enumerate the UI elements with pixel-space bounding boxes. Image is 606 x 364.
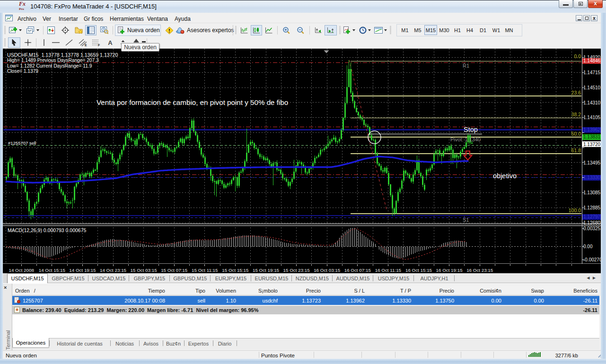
svg-text:23.6: 23.6: [571, 90, 581, 95]
svg-text:16 Oct 23:15: 16 Oct 23:15: [466, 268, 493, 273]
svg-text:Pivot: 1.1340: Pivot: 1.1340: [450, 137, 481, 142]
svg-text:1.14715: 1.14715: [583, 70, 601, 75]
svg-text:15 Oct 19:15: 15 Oct 19:15: [253, 268, 280, 273]
svg-text:E: E: [85, 43, 87, 47]
svg-text:14 Oct 19:15: 14 Oct 19:15: [69, 268, 96, 273]
svg-text:16 Oct 07:15: 16 Oct 07:15: [344, 268, 371, 273]
svg-text:16 Oct 03:15: 16 Oct 03:15: [314, 268, 341, 273]
svg-text:Stop: Stop: [464, 126, 478, 133]
svg-text:F: F: [98, 43, 100, 47]
svg-text:1.13330: 1.13330: [583, 175, 601, 180]
svg-text:15 Oct 07:15: 15 Oct 07:15: [161, 268, 188, 273]
svg-text:1.12680: 1.12680: [583, 220, 601, 225]
svg-text:14 Oct 2008: 14 Oct 2008: [9, 268, 35, 273]
svg-text:16 Oct 11:15: 16 Oct 11:15: [375, 268, 402, 273]
svg-text:Close= 1.1379: Close= 1.1379: [7, 69, 38, 74]
svg-text:0.003251: 0.003251: [583, 226, 603, 231]
svg-text:61.8: 61.8: [571, 147, 581, 153]
svg-text:14 Oct 15:15: 14 Oct 15:15: [39, 268, 66, 273]
svg-text:S1: S1: [463, 217, 469, 223]
svg-text:1.14846: 1.14846: [583, 58, 601, 63]
svg-text:0.00: 0.00: [583, 244, 593, 249]
svg-text:objetivo: objetivo: [493, 172, 517, 180]
svg-text:Venta por formacion de cambio,: Venta por formacion de cambio, en pivot …: [97, 98, 288, 106]
svg-text:1.13831: 1.13831: [583, 134, 601, 139]
svg-text:1.13720: 1.13720: [583, 142, 601, 147]
svg-text:High= 1.1489 Previous DaysRang: High= 1.1489 Previous DaysRange= 207.3: [7, 58, 99, 63]
svg-text:1.13085: 1.13085: [583, 190, 601, 195]
svg-text:1.13962: 1.13962: [583, 127, 601, 132]
svg-text:38.2: 38.2: [571, 112, 581, 117]
svg-text:16 Oct 15:15: 16 Oct 15:15: [405, 268, 432, 273]
svg-text:1.14310: 1.14310: [583, 100, 601, 105]
svg-text:15 Oct 11:15: 15 Oct 11:15: [192, 268, 218, 273]
svg-text:15 Oct 23:15: 15 Oct 23:15: [283, 268, 310, 273]
svg-text:Low= 1.1282 Current DaysRange=: Low= 1.1282 Current DaysRange= 11.9: [7, 63, 92, 69]
svg-text:15 Oct 15:15: 15 Oct 15:15: [222, 268, 249, 273]
svg-text:100.0: 100.0: [569, 208, 581, 213]
svg-text:1.12885: 1.12885: [583, 205, 601, 210]
svg-text:USDCHF,M15 1.13778 1.13778 1.: USDCHF,M15 1.13778 1.13778 1.13659 1.137…: [7, 52, 118, 58]
svg-text:50.0: 50.0: [571, 131, 581, 137]
svg-text:16 Oct 19:15: 16 Oct 19:15: [436, 268, 463, 273]
svg-text:1.13495: 1.13495: [583, 160, 601, 165]
svg-text:1.14510: 1.14510: [583, 85, 601, 90]
svg-text:MACD(12,26,9) 0.000793 0.00067: MACD(12,26,9) 0.000793 0.000675: [8, 227, 87, 233]
svg-text:15 Oct 03:15: 15 Oct 03:15: [131, 268, 158, 273]
svg-text:#1255707 sell: #1255707 sell: [8, 140, 36, 146]
svg-text:-0.00270: -0.00270: [583, 257, 602, 262]
svg-text:1.12797: 1.12797: [583, 214, 601, 219]
svg-text:1.14105: 1.14105: [583, 115, 601, 120]
svg-text:R1: R1: [463, 63, 469, 69]
svg-text:14 Oct 23:15: 14 Oct 23:15: [100, 268, 127, 273]
svg-text:0.0: 0.0: [574, 53, 581, 59]
